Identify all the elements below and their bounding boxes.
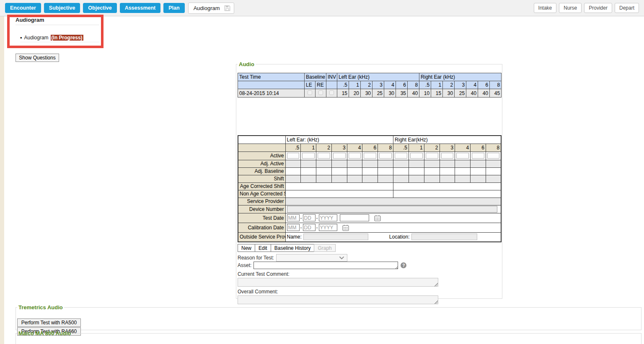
col-subheader-re: RE <box>316 81 326 89</box>
freq-header: 3 <box>440 144 455 151</box>
active-value-input[interactable] <box>287 153 300 159</box>
right-ear-value: 45 <box>490 89 502 98</box>
tremetrics-legend: Tremetrics Audio <box>17 304 64 311</box>
maico-legend: Maico MA 800 Audio <box>17 330 72 336</box>
help-icon[interactable]: ? <box>401 262 406 268</box>
device-number-row: Device Number <box>238 205 501 213</box>
date-separator: - <box>300 215 302 221</box>
baseline-le-checkbox[interactable] <box>308 90 312 95</box>
freq-header: 1 <box>349 81 361 89</box>
test-date-year-input[interactable] <box>319 214 337 221</box>
date-separator: - <box>316 225 318 231</box>
shift-row: Shift <box>238 175 501 182</box>
active-value-input[interactable] <box>487 153 499 159</box>
row-label-adj-baseline: Adj. Baseline <box>238 167 285 175</box>
osp-location-label: Location: <box>389 234 410 240</box>
audio-detail-table: Left Ear: (kHz) Right Ear(kHz) .5 1 2 3 … <box>238 135 502 242</box>
reason-for-test-row: Reason for Test: <box>238 254 347 262</box>
active-value-input[interactable] <box>472 153 484 159</box>
inv-checkbox[interactable] <box>329 90 334 95</box>
overall-comment-label: Overall Comment: <box>238 289 278 295</box>
audiogram-item-link[interactable]: Audiogram <box>24 35 49 41</box>
freq-header: 2 <box>316 144 332 151</box>
col-header-baseline: Baseline <box>305 73 326 81</box>
audiogram-tab-label[interactable]: Audiogram <box>194 5 220 11</box>
active-value-input[interactable] <box>410 153 423 159</box>
freq-header: 1 <box>409 144 424 151</box>
right-ear-value: 30 <box>443 89 455 98</box>
freq-header: 6 <box>478 81 490 89</box>
intake-button[interactable]: Intake <box>534 3 557 13</box>
new-button[interactable]: New <box>238 244 255 252</box>
show-questions-button[interactable]: Show Questions <box>16 54 59 62</box>
left-ear-value: 25 <box>372 89 384 98</box>
assessment-button[interactable]: Assessment <box>120 3 161 13</box>
edit-button[interactable]: Edit <box>255 244 271 252</box>
maico-audio-section: Maico MA 800 Audio Perform Test <box>16 330 641 344</box>
in-progress-status-badge: (In Progress) <box>51 35 83 41</box>
active-value-input[interactable] <box>333 153 346 159</box>
active-value-input[interactable] <box>456 153 469 159</box>
freq-header: .5 <box>419 81 431 89</box>
reason-for-test-select[interactable] <box>276 254 347 262</box>
test-date-month-input[interactable] <box>287 214 300 221</box>
row-label-shift: Shift <box>238 175 285 182</box>
calibration-date-row: Calibration Date - - <box>238 223 501 232</box>
calibration-month-input[interactable] <box>287 224 300 231</box>
calendar-icon[interactable] <box>374 215 381 221</box>
audiogram-tab[interactable]: Audiogram <box>188 3 234 14</box>
calibration-day-input[interactable] <box>303 224 316 231</box>
audio-section: Audio Test Time Baseline INV Left Ear (k… <box>236 61 502 299</box>
freq-header: .5 <box>393 144 409 151</box>
reason-for-test-label: Reason for Test: <box>238 255 274 261</box>
save-icon[interactable] <box>224 5 230 11</box>
baseline-re-checkbox[interactable] <box>318 90 323 95</box>
active-value-input[interactable] <box>426 153 438 159</box>
freq-header: 4 <box>455 144 471 151</box>
col-header-right-ear: Right Ear (kHz) <box>419 73 502 81</box>
perform-test-ra500-button[interactable]: Perform Test with RA500 <box>17 318 81 327</box>
objective-button[interactable]: Objective <box>83 3 116 13</box>
nurse-button[interactable]: Nurse <box>559 3 582 13</box>
active-value-input[interactable] <box>441 153 454 159</box>
osp-name-input[interactable] <box>303 234 368 240</box>
active-value-input[interactable] <box>364 153 376 159</box>
tremetrics-audio-section: Tremetrics Audio Perform Test with RA500… <box>16 304 641 330</box>
osp-location-input[interactable] <box>411 234 477 240</box>
freq-header: 8 <box>408 81 419 89</box>
left-ear-value: 35 <box>396 89 408 98</box>
subjective-button[interactable]: Subjective <box>44 3 80 13</box>
freq-header: 6 <box>362 144 378 151</box>
freq-header: 4 <box>466 81 478 89</box>
active-value-input[interactable] <box>395 153 407 159</box>
right-ear-value: 15 <box>431 89 443 98</box>
device-number-input[interactable] <box>287 206 498 213</box>
calibration-year-input[interactable] <box>319 224 337 231</box>
right-ear-value: 25 <box>455 89 466 98</box>
active-value-input[interactable] <box>379 153 392 159</box>
calendar-icon[interactable] <box>342 224 349 231</box>
right-ear-value: 10 <box>419 89 431 98</box>
asset-input[interactable] <box>253 262 398 269</box>
test-time-input[interactable] <box>340 214 369 221</box>
provider-button[interactable]: Provider <box>584 3 612 13</box>
col-subheader-le: LE <box>305 81 316 89</box>
freq-header: 8 <box>490 81 502 89</box>
graph-button[interactable]: Graph <box>314 244 335 252</box>
active-value-input[interactable] <box>349 153 361 159</box>
freq-header: 4 <box>384 81 396 89</box>
plan-button[interactable]: Plan <box>163 3 184 13</box>
freq-header: 3 <box>331 144 347 151</box>
active-value-input[interactable] <box>302 153 315 159</box>
encounter-button[interactable]: Encounter <box>5 3 41 13</box>
left-ear-value: 20 <box>349 89 361 98</box>
row-label-active: Active <box>238 151 285 160</box>
overall-comment-textarea[interactable] <box>238 295 438 304</box>
test-date-day-input[interactable] <box>303 214 316 221</box>
depart-button[interactable]: Depart <box>615 3 639 13</box>
adj-active-row: Adj. Active <box>238 160 501 167</box>
left-ear-value: 30 <box>384 89 396 98</box>
current-test-comment-textarea[interactable] <box>238 278 438 287</box>
active-value-input[interactable] <box>318 153 330 159</box>
baseline-history-button[interactable]: Baseline History <box>271 244 315 252</box>
